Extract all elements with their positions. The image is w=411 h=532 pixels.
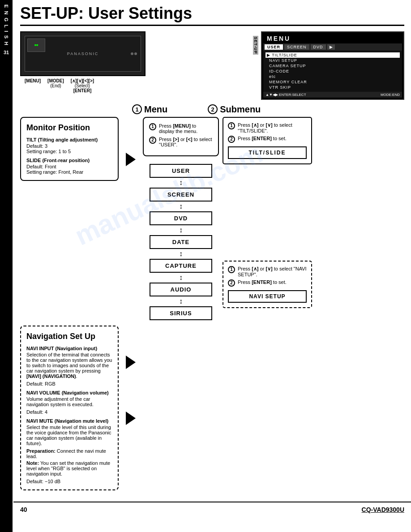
menu-box-audio: AUDIO — [150, 283, 212, 296]
menu-tab-dvd: DVD — [311, 44, 326, 50]
label-menu: [MENU] — [25, 78, 41, 83]
arrow-monitor-to-menu — [122, 153, 139, 167]
navi-title: Navigation Set Up — [26, 332, 112, 341]
navi-volume-desc: Volume adjustment of the car navigation … — [26, 396, 112, 407]
arrow-4: ↕ — [179, 250, 183, 257]
tilt-slide-submenu-box: 1 Press [∧] or [∨] to select "TILT/SLIDE… — [223, 117, 312, 164]
menu-box-screen: SCREEN — [150, 188, 212, 202]
menu-box-sirius: SIRIUS — [150, 306, 212, 320]
tilt-step2: 2 Press [ENTER] to set. — [228, 136, 307, 143]
navi-step2: 2 Press [ENTER] to set. — [228, 279, 307, 287]
slide-default: Default: Front — [26, 164, 112, 169]
tilt-default: Default: 3 — [26, 143, 112, 149]
navi-step1: 1 Press [∧] or [∨] to select "NAVI SETUP… — [228, 266, 307, 277]
menu-item-vtr: VTR SKIP — [265, 85, 400, 90]
menu-number: 1 — [132, 104, 142, 114]
title-divider — [20, 25, 404, 26]
arrow-2: ↕ — [179, 203, 183, 210]
menu-tab-user: USER — [265, 44, 283, 50]
navigation-setup-box: Navigation Set Up NAVI INPUT (Navigation… — [20, 326, 119, 490]
menu-tab-arrow: ▶ — [327, 44, 335, 50]
menu-items-list: ▶ TILT/SLIDE NAVI SETUP CAMERA SETUP ID-… — [263, 51, 402, 92]
menu-tabs-row: USER SCREEN DVD ▶ — [263, 43, 402, 51]
menu-box-capture: CAPTURE — [150, 259, 212, 273]
menu-screen: MENU USER SCREEN DVD ▶ ▶ TILT/SLIDE NAVI… — [261, 31, 404, 100]
navi-mute-default: Default: −10 dB — [26, 479, 112, 484]
arrow-navi-2 — [126, 412, 136, 425]
device-inner: PANASONIC ■■ — [25, 36, 141, 72]
navi-setup-submenu-box: 1 Press [∧] or [∨] to select "NAVI SETUP… — [223, 261, 312, 308]
arrow-navi-1 — [126, 356, 136, 369]
tilt-range: Setting range: 1 to 5 — [26, 149, 112, 154]
device-label-mode: [MODE] (End) — [47, 78, 64, 93]
menu-box-dvd: DVD — [150, 211, 212, 225]
page-section-number: 31 — [4, 50, 9, 55]
navi-setup-label: NAVI SETUP — [228, 290, 307, 303]
middle-section: 1 Press [MENU] to display the menu. 2 Pr… — [143, 117, 219, 321]
device-image: PANASONIC ■■ — [20, 31, 146, 76]
navi-mute-prep: Preparation: Connect the navi mute lead. — [26, 448, 112, 459]
menu-footer: ▲▼◀▶ ENTER:SELECT MODE:END — [263, 92, 402, 98]
page-footer: 40 CQ-VAD9300U — [13, 502, 411, 517]
submenu-column: 1 Press [∧] or [∨] to select "TILT/SLIDE… — [223, 117, 312, 308]
monitor-position-box: Monitor Position TILT (Tilting angle adj… — [20, 117, 119, 181]
page-title: SET-UP: User Settings — [20, 4, 404, 22]
menu-tab-screen: SCREEN — [284, 44, 309, 50]
menu-item-navi: NAVI SETUP — [265, 58, 400, 63]
model-name: CQ-VAD9300U — [362, 506, 404, 513]
menu-col-header: 1 Menu — [132, 104, 167, 115]
menu-box-user: USER — [150, 164, 212, 178]
tilt-label: TILT (Tilting angle adjustment) — [26, 137, 112, 142]
menu-item-id: ID-CODE — [265, 69, 400, 74]
navi-volume-label: NAVI VOLUME (Navigation volume) — [26, 390, 112, 395]
submenu-label: Submenu — [220, 104, 261, 115]
arrow-3: ↕ — [179, 227, 183, 234]
arrow-1: ↕ — [179, 179, 183, 186]
navi-input-default: Default: RGB — [26, 381, 112, 386]
navi-mute-label: NAVI MUTE (Navigation mute level) — [26, 418, 112, 424]
bottom-row: Navigation Set Up NAVI INPUT (Navigation… — [20, 326, 404, 490]
col-headers: 1 Menu 2 Submenu — [128, 104, 404, 115]
navi-input-label: NAVI INPUT (Navigation input) — [26, 346, 112, 351]
menu-screen-container: SET-UP MENU USER SCREEN DVD ▶ ▶ TILT/SLI… — [261, 31, 404, 100]
monitor-position-title: Monitor Position — [26, 123, 112, 133]
slide-label: SLIDE (Front-rear position) — [26, 158, 112, 163]
menu-box-date: DATE — [150, 235, 212, 249]
navi-mute-desc: Select the mute level of this unit durin… — [26, 425, 112, 446]
tilt-step1: 1 Press [∧] or [∨] to select "TILT/SLIDE… — [228, 122, 307, 133]
setup-vertical-label: SET-UP — [253, 36, 258, 55]
submenu-spacer — [223, 171, 312, 261]
language-label: E N G L I S H — [4, 4, 9, 46]
device-brand: PANASONIC — [67, 51, 98, 56]
navi-input-desc: Selection of the terminal that connects … — [26, 352, 112, 379]
tilt-slide-label: TILT/SLIDE — [228, 146, 307, 159]
device-label-menu: [MENU] — [25, 78, 41, 93]
navi-arrows — [122, 335, 139, 446]
arrow-6: ↕ — [179, 298, 183, 305]
page-number: 40 — [20, 506, 27, 513]
submenu-col-header: 2 Submenu — [208, 104, 261, 115]
menu-item-tilt: ▶ TILT/SLIDE — [265, 52, 400, 58]
instruction-step2: 2 Press [>] or [<] to select "USER". — [149, 137, 213, 147]
top-section: PANASONIC ■■ [MENU] [MODE] (End — [20, 31, 404, 100]
navi-mute-note: Note: You can set the navigation mute le… — [26, 460, 112, 476]
menu-item-camera: CAMERA SETUP — [265, 63, 400, 69]
device-area: PANASONIC ■■ [MENU] [MODE] (End — [20, 31, 146, 93]
slide-range: Setting range: Front, Rear — [26, 169, 112, 175]
submenu-number: 2 — [208, 104, 218, 114]
navi-volume-default: Default: 4 — [26, 409, 112, 415]
language-sidebar: E N G L I S H 31 — [0, 0, 13, 532]
instruction-step1: 1 Press [MENU] to display the menu. — [149, 123, 213, 134]
instructions-box: 1 Press [MENU] to display the menu. 2 Pr… — [143, 117, 219, 156]
menu-item-memory: MEMORY CLEAR — [265, 79, 400, 85]
main-sections-row: Monitor Position TILT (Tilting angle adj… — [20, 117, 404, 321]
menu-label: Menu — [144, 104, 167, 115]
device-label-nav: [∧][∨][<][>] (Select) [ENTER] — [71, 78, 94, 93]
menu-screen-title: MENU — [263, 34, 402, 43]
menu-flow-boxes: USER ↕ SCREEN ↕ DVD ↕ DATE ↕ CAPTURE ↕ A… — [150, 163, 212, 321]
menu-item-etc: etc — [265, 74, 400, 79]
arrow-5: ↕ — [179, 274, 183, 281]
